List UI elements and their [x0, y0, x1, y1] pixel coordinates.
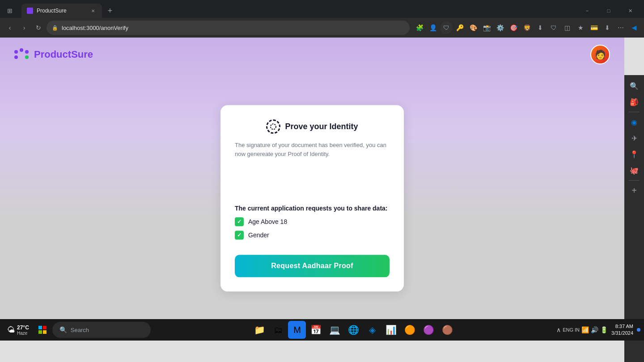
- taskbar-apps: 📁 🗂 M 📅 💻 🌐 ◈ 📊 🟠 🟣 🟤: [153, 321, 555, 339]
- svg-rect-2: [38, 326, 42, 329]
- wallet-icon[interactable]: 💳: [588, 21, 600, 34]
- dot-4: [14, 55, 18, 59]
- tab-label: ProductSure: [37, 8, 86, 14]
- taskbar-app-app3[interactable]: 🟤: [438, 321, 456, 339]
- back-button[interactable]: ‹: [4, 21, 16, 34]
- sidebar-share-icon[interactable]: ✈: [627, 131, 641, 145]
- taskbar-app-vscode[interactable]: ◈: [363, 321, 381, 339]
- forward-button[interactable]: ›: [18, 21, 30, 34]
- sidebar-tools-icon[interactable]: 🎒: [627, 95, 641, 109]
- clock-time: 8:37 AM: [615, 323, 633, 330]
- logo: ProductSure: [14, 48, 93, 61]
- addon3-icon[interactable]: 📸: [480, 21, 493, 34]
- request-proof-button[interactable]: Request Aadhaar Proof: [235, 255, 390, 277]
- sidebar-search-icon[interactable]: 🔍: [627, 79, 641, 93]
- shield-icon[interactable]: 🛡: [547, 21, 560, 34]
- main-content: ProductSure 🧑 Prove your Identity The si…: [0, 38, 624, 341]
- dot-2: [20, 48, 23, 52]
- sidebar-github-icon[interactable]: 🐙: [627, 163, 641, 177]
- ublock-icon[interactable]: 🛡: [440, 21, 453, 34]
- start-button[interactable]: [34, 322, 51, 338]
- search-placeholder-text: Search: [71, 327, 89, 333]
- taskbar-right: ∧ ENG IN 📶 🔊 🔋 8:37 AM 3/31/2024: [556, 323, 640, 337]
- card-header: Prove your Identity: [235, 119, 390, 134]
- identity-card: Prove your Identity The signature of you…: [220, 105, 404, 291]
- svg-rect-0: [27, 8, 33, 14]
- user-avatar[interactable]: 🧑: [590, 45, 610, 64]
- taskbar-search[interactable]: 🔍 Search: [52, 322, 151, 338]
- sys-tray: ∧ ENG IN 📶 🔊 🔋: [556, 326, 608, 333]
- checkbox-gender: [235, 231, 244, 240]
- active-tab[interactable]: ProductSure ✕: [21, 4, 102, 18]
- minimize-button[interactable]: −: [577, 4, 597, 17]
- svg-rect-3: [43, 326, 47, 329]
- addon4-icon[interactable]: ⚙️: [494, 21, 506, 34]
- notification-badge[interactable]: [637, 328, 640, 332]
- data-item-gender: Gender: [235, 231, 390, 240]
- edge-sidebar-icon[interactable]: ◄: [628, 21, 640, 34]
- maximize-button[interactable]: □: [598, 4, 619, 17]
- taskbar-app-mail[interactable]: M: [288, 321, 306, 339]
- addon2-icon[interactable]: 🎨: [467, 21, 479, 34]
- svg-rect-5: [43, 330, 47, 334]
- address-bar[interactable]: 🔒 localhost:3000/anonVerify: [47, 21, 410, 35]
- addon6-icon[interactable]: 🦁: [521, 21, 533, 34]
- weather-icon: 🌤: [7, 325, 15, 335]
- taskbar-app-calendar[interactable]: 📅: [307, 321, 325, 339]
- sidebar-outlook-icon[interactable]: ◉: [627, 115, 641, 129]
- logo-text: ProductSure: [34, 49, 93, 60]
- tray-wifi-icon[interactable]: 📶: [581, 326, 589, 333]
- data-item-age: Age Above 18: [235, 217, 390, 226]
- dot-1: [14, 50, 18, 54]
- tab-apps-icon[interactable]: ⊞: [4, 4, 16, 17]
- tray-volume-icon[interactable]: 🔊: [591, 326, 598, 333]
- logo-dots: [14, 48, 30, 61]
- svg-point-1: [271, 124, 276, 129]
- sync-download-icon[interactable]: ⬇: [601, 21, 614, 34]
- taskbar-app-excel[interactable]: 📊: [382, 321, 400, 339]
- profile-icon[interactable]: 👤: [427, 21, 439, 34]
- svg-rect-4: [38, 330, 42, 334]
- card-section-title: The current application requests you to …: [235, 205, 390, 212]
- bookmark-icon[interactable]: ★: [574, 21, 587, 34]
- tray-lang-icon[interactable]: ENG IN: [563, 327, 580, 333]
- addon5-icon[interactable]: 🎯: [507, 21, 520, 34]
- sidebar-add-icon[interactable]: +: [627, 183, 641, 198]
- taskbar-app-edge[interactable]: 🌐: [344, 321, 362, 339]
- sidebar-maps-icon[interactable]: 📍: [627, 147, 641, 161]
- tray-battery-icon[interactable]: 🔋: [600, 326, 608, 333]
- sidebar-divider-1: [629, 112, 640, 112]
- age-label: Age Above 18: [248, 218, 287, 225]
- url-text: localhost:3000/anonVerify: [62, 25, 128, 31]
- gender-label: Gender: [248, 232, 269, 239]
- weather-desc: Haze: [17, 331, 29, 336]
- more-icon[interactable]: ⋯: [614, 21, 627, 34]
- sidebar-icon[interactable]: ◫: [561, 21, 573, 34]
- logo-prefix: Product: [34, 49, 71, 60]
- tray-expand-icon[interactable]: ∧: [556, 326, 561, 333]
- taskbar-app-app1[interactable]: 🟠: [401, 321, 419, 339]
- taskbar-app-terminal[interactable]: 💻: [326, 321, 343, 339]
- weather-temp: 27°C: [17, 324, 29, 331]
- logo-suffix: Sure: [71, 49, 93, 60]
- dot-3: [25, 50, 29, 54]
- app-header: ProductSure 🧑: [0, 38, 624, 72]
- close-button[interactable]: ✕: [620, 4, 640, 17]
- tab-favicon: [27, 8, 33, 14]
- tab-close-button[interactable]: ✕: [89, 7, 97, 14]
- weather-widget: 🌤 27°C Haze: [4, 323, 33, 337]
- extensions-icon[interactable]: 🧩: [413, 21, 426, 34]
- taskbar-app-app2[interactable]: 🟣: [419, 321, 437, 339]
- taskbar-app-files[interactable]: 📁: [250, 321, 268, 339]
- taskbar-app-explorer[interactable]: 🗂: [269, 321, 287, 339]
- weather-text: 27°C Haze: [17, 324, 29, 336]
- reload-button[interactable]: ↻: [32, 21, 45, 34]
- addon1-icon[interactable]: 🔑: [453, 21, 466, 34]
- download-icon[interactable]: ⬇: [534, 21, 547, 34]
- new-tab-button[interactable]: +: [104, 4, 116, 17]
- checkbox-age: [235, 217, 244, 226]
- search-icon: 🔍: [59, 326, 67, 333]
- card-title: Prove your Identity: [285, 122, 358, 131]
- identity-icon: [266, 119, 280, 134]
- clock[interactable]: 8:37 AM 3/31/2024: [611, 323, 633, 337]
